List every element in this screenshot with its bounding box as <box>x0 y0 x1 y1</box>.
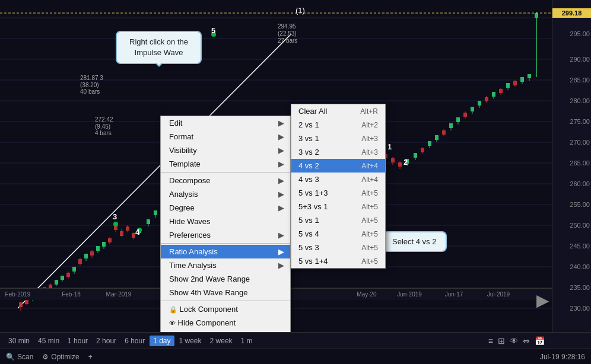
svg-text:27 bars: 27 bars <box>278 37 297 44</box>
svg-rect-141 <box>442 130 446 135</box>
menu-item-time-analysis[interactable]: Time Analysis ▶ <box>161 258 290 272</box>
svg-text:3: 3 <box>113 212 117 221</box>
submenu-item-5vs3[interactable]: 5 vs 3 Alt+5 <box>291 241 385 254</box>
tf-2week[interactable]: 2 week <box>206 336 236 346</box>
menu-item-properties[interactable]: ⊞ Properties <box>161 330 290 332</box>
svg-rect-19 <box>25 299 28 304</box>
menu-item-degree[interactable]: Degree ▶ <box>161 201 290 215</box>
price-290: 290.00 <box>570 56 590 63</box>
tf-30min[interactable]: 30 min <box>5 336 33 346</box>
submenu-item-4vs3[interactable]: 4 vs 3 Alt+4 <box>291 173 385 186</box>
menu-item-preferences[interactable]: Preferences ▶ <box>161 228 290 242</box>
svg-text:40 bars: 40 bars <box>80 88 100 95</box>
menu-item-visibility[interactable]: Visibility ▶ <box>161 143 290 157</box>
date-jun2019: Jun-2019 <box>397 291 422 298</box>
svg-text:2: 2 <box>403 158 408 167</box>
tf-1hour[interactable]: 1 hour <box>64 336 91 346</box>
price-235: 235.00 <box>570 284 590 291</box>
submenu-item-3vs2[interactable]: 3 vs 2 Alt+3 <box>291 145 385 159</box>
tooltip-right-click: Right click on the Impulse Wave <box>116 31 202 64</box>
right-price-axis: 299.00 295.00 290.00 285.00 280.00 275.0… <box>552 0 591 332</box>
submenu-item-5vs4[interactable]: 5 vs 4 Alt+5 <box>291 227 385 241</box>
price-245: 245.00 <box>570 242 590 250</box>
resize-icon[interactable]: ⇔ <box>523 336 530 346</box>
menu-item-analysis[interactable]: Analysis ▶ <box>161 187 290 201</box>
tf-6hour[interactable]: 6 hour <box>121 336 148 346</box>
date-jul2019: Jul-2019 <box>487 291 510 298</box>
menu-item-format[interactable]: Format ▶ <box>161 130 290 143</box>
add-button[interactable]: + <box>88 353 93 361</box>
tooltip-select-4vs2: Select 4 vs 2 <box>382 231 447 252</box>
svg-text:(1): (1) <box>296 6 305 15</box>
submenu-item-5vs1+4[interactable]: 5 vs 1+4 Alt+5 <box>291 254 385 268</box>
submenu-item-5vs1+3[interactable]: 5 vs 1+3 Alt+5 <box>291 186 385 200</box>
price-280: 280.00 <box>570 97 590 104</box>
tf-2hour[interactable]: 2 hour <box>93 336 120 346</box>
svg-point-168 <box>113 222 118 226</box>
submenu-item-2vs1[interactable]: 2 vs 1 Alt+2 <box>291 118 385 132</box>
svg-rect-35 <box>72 267 76 272</box>
svg-text:4: 4 <box>135 228 140 237</box>
menu-item-hide-component[interactable]: 👁 Hide Component <box>161 316 290 330</box>
eye-icon[interactable]: 👁 <box>510 336 518 346</box>
menu-item-template[interactable]: Template ▶ <box>161 157 290 171</box>
tf-1day[interactable]: 1 day <box>150 336 174 346</box>
arrow-icon: ▶ <box>278 247 284 256</box>
menu-item-hide-waves[interactable]: Hide Waves <box>161 215 290 228</box>
svg-rect-39 <box>84 254 88 258</box>
tf-45min[interactable]: 45 min <box>34 336 63 346</box>
date-feb18: Feb-18 <box>62 291 81 298</box>
svg-text:(9.45): (9.45) <box>95 123 110 130</box>
svg-rect-139 <box>435 135 439 140</box>
price-295: 295.00 <box>570 30 590 37</box>
submenu-item-4vs2[interactable]: 4 vs 2 Alt+4 <box>291 159 385 173</box>
price-265: 265.00 <box>570 159 590 167</box>
svg-rect-163 <box>520 77 524 82</box>
menu-separator-2 <box>161 243 290 244</box>
svg-rect-127 <box>391 158 395 162</box>
optimize-button[interactable]: ⚙ Optimize <box>42 353 79 361</box>
calendar-icon[interactable]: 📅 <box>535 336 545 346</box>
submenu-ratio-analysis: Clear All Alt+R 2 vs 1 Alt+2 3 vs 1 Alt+… <box>291 104 386 269</box>
chart-area: 3 281.87 3 (38.20) 40 bars 4 272.42 (9.4… <box>0 0 591 332</box>
svg-rect-157 <box>499 89 503 93</box>
tf-1m[interactable]: 1 m <box>237 336 256 346</box>
layers-icon[interactable]: ⊞ <box>498 336 505 346</box>
svg-rect-31 <box>61 276 64 280</box>
arrow-right-indicator: ▶ <box>536 290 549 310</box>
svg-text:4 bars: 4 bars <box>95 130 112 136</box>
menu-item-decompose[interactable]: Decompose ▶ <box>161 174 290 187</box>
arrow-icon: ▶ <box>278 231 284 240</box>
price-270: 270.00 <box>570 139 590 146</box>
svg-rect-159 <box>506 83 510 88</box>
tf-1week[interactable]: 1 week <box>176 336 205 346</box>
bars-icon[interactable]: ≡ <box>488 336 493 346</box>
menu-item-show-4th-range[interactable]: Show 4th Wave Range <box>161 286 290 299</box>
menu-item-ratio-analysis[interactable]: Ratio Analysis ▶ <box>161 245 290 258</box>
svg-rect-161 <box>513 81 517 85</box>
menu-item-show-2nd-range[interactable]: Show 2nd Wave Range <box>161 272 290 286</box>
svg-rect-155 <box>492 92 495 97</box>
svg-rect-43 <box>96 246 100 251</box>
svg-rect-59 <box>147 219 150 224</box>
arrow-icon: ▶ <box>278 261 284 270</box>
svg-rect-133 <box>414 153 417 158</box>
date-may20: May-20 <box>357 291 376 298</box>
submenu-item-3vs1[interactable]: 3 vs 1 Alt+3 <box>291 132 385 145</box>
price-260: 260.00 <box>570 180 590 187</box>
submenu-item-clear-all[interactable]: Clear All Alt+R <box>291 104 385 118</box>
arrow-icon: ▶ <box>278 203 284 212</box>
optimize-icon: ⚙ <box>42 353 49 361</box>
menu-item-lock-component[interactable]: 🔒 Lock Component <box>161 302 290 316</box>
svg-rect-41 <box>90 251 94 256</box>
scan-button[interactable]: 🔍 Scan <box>6 353 33 361</box>
svg-text:1: 1 <box>387 142 392 151</box>
submenu-item-5+3vs1[interactable]: 5+3 vs 1 Alt+5 <box>291 200 385 213</box>
menu-item-edit[interactable]: Edit ▶ <box>161 116 290 130</box>
submenu-item-5vs1[interactable]: 5 vs 1 Alt+5 <box>291 213 385 227</box>
arrow-icon: ▶ <box>278 159 284 168</box>
current-price-label: 299.18 <box>552 8 591 18</box>
svg-rect-53 <box>126 226 129 231</box>
svg-rect-47 <box>108 238 112 242</box>
arrow-icon: ▶ <box>278 146 284 155</box>
